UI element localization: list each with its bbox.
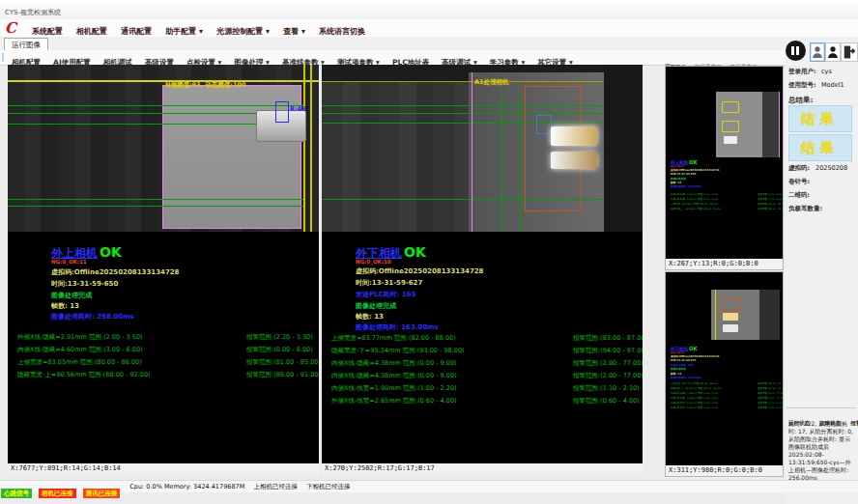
camera-name: 外下相机 [356,246,402,260]
thumb-edge-line [779,92,780,157]
virtual-code: 虚拟码:Offline20250208133134728 [51,267,180,277]
processing-time: 图像处理耗时: 298.00ms [51,312,134,322]
measurement-row: 内侧X线-隐藏=4.60mm 范围:(3.00 - 6.00) 报警范围:(0.… [17,346,317,355]
measurement-row: 上侧宽度=83.05mm 范围:(80.00 - 86.00) 报警范围:(81… [671,203,784,207]
logout-button[interactable] [841,42,858,62]
model-value: Model1 [821,81,844,89]
alarm-range: 报警范围:(83.00 - 87.00) [758,382,784,385]
heartbeat-status-badge: 心跳信号 [1,489,32,498]
app-logo-icon: C [5,20,20,36]
qr-code-label: 二维码: [788,191,810,200]
measurement-value: 内侧X线-隐藏=4.60mm 范围:(3.00 - 6.00) [671,198,718,201]
measurement-value: 上侧宽度=83.05mm 范围:(80.00 - 86.00) [17,358,142,366]
processing-time: 图像处理耗时: 163.00ms [671,376,702,379]
result-ok-badge: OK [100,244,122,260]
pause-button[interactable] [786,41,806,61]
threshold-label: N侧阈值:93, 动态阈值:100 [165,81,245,90]
measurement-row: 内侧X线-隐藏=4.38mm 范围:(0.00 - 9.00) 报警范围:(2.… [331,359,641,369]
measurement-row: 外侧X线-线宽=2.65mm 范围:(0.60 - 4.00) 报警范围:(0.… [671,406,784,410]
alarm-range: 报警范围:(89.00 - 91.00) [246,371,319,379]
thumb-bright-spot [723,313,738,321]
ng-ok-counter: NG:0_OK:11 [51,259,87,265]
processing-done: 图像处理完成 [356,301,396,311]
edge-marker-line [310,65,312,232]
roi-orange-box [525,86,582,211]
ng-ok-counter: NG:0_OK:10 [356,259,391,265]
roi-value-label: R:48 [290,105,306,113]
user-icon [812,44,823,60]
window-title: CYS-视觉检测系统 [5,8,61,17]
total-result-label: 总结果: [788,96,814,105]
measurement-row: 内侧X线-隐藏=4.38mm 范围:(0.00 - 9.00) 报警范围:(2.… [671,392,784,396]
measurement-row: 上侧宽度=83.77mm 范围:(82.00 - 88.00) 报警范围:(83… [671,382,784,386]
alarm-range: 报警范围:(0.60 - 4.00) [758,406,783,409]
pause-icon [796,46,799,55]
thumbnail-image-lower[interactable] [711,290,780,340]
measurement-row: 内侧X线-线宽=1.90mm 范围:(1.00 - 2.20) 报警范围:(1.… [671,402,784,406]
measurement-row: 上侧宽度=83.05mm 范围:(80.00 - 86.00) 报警范围:(81… [17,358,317,368]
capture-time: 时间:13-31-59-650 [671,173,696,177]
measurement-row: 内侧X线-线宽=1.90mm 范围:(1.00 - 2.20) 报警范围:(1.… [331,384,641,394]
thumb-bright-spot [724,136,737,144]
alarm-range: 报警范围:(94.00 - 97.00) [758,387,784,390]
alarm-range: 报警范围:(2.00 - 77.00) [573,359,643,368]
login-user-value: cys [821,68,832,75]
plc-send-time: 发送PLC耗时: 165 [671,363,694,367]
camera-name: 外上相机 [51,246,98,260]
camera-image-lower[interactable]: A1处理相机 [322,65,643,232]
negative-tab-count-label: 负极耳数量: [788,205,822,213]
view-mode-strip: 画面显示 明场画质强 暗场画质强 [665,54,782,65]
measurement-value: 内侧X线-线宽=1.90mm 范围:(1.00 - 2.20) [671,402,718,405]
camera-panel-upper: N侧阈值:93, 动态阈值:100 R:48 外上相机OK NG:0_OK:11… [8,65,319,474]
measurement-row: 外侧X线-线宽=2.65mm 范围:(0.60 - 4.00) 报警范围:(0.… [331,397,641,406]
app-window: CYS-视觉检测系统 C 系统配置 相机配置 通讯配置 助手配置 ▾ 光源控制配… [0,0,858,504]
stats-divider [786,407,856,408]
measurement-row: 外侧X线-隐藏=2.91mm 范围:(2.00 - 3.50) 报警范围:(2.… [17,333,317,343]
processing-time: 图像处理耗时: 298.00ms [671,185,702,189]
alarm-range: 报警范围:(2.00 - 77.00) [758,392,784,395]
pixel-coordinates-bar: X:7677;Y:891;R:14;G:14;B:14 [8,463,319,474]
measurement-value: 内侧X线-隐藏=4.38mm 范围:(0.00 - 9.00) [671,392,718,395]
virtual-code: 虚拟码:Offline20250208133134728 [671,168,719,172]
roi-blue-box [536,115,552,134]
user-button[interactable] [810,42,825,62]
measurement-row: 上侧宽度=83.77mm 范围:(82.00 - 88.00) 报警范围:(83… [331,334,641,344]
alarm-range: 报警范围:(1.10 - 2.10) [758,402,783,405]
measurement-row: 内侧X线-隐藏=4.38mm 范围:(0.00 - 9.00) 报警范围:(2.… [671,397,784,401]
measurement-value: 内侧X线-线宽=1.90mm 范围:(1.00 - 2.20) [331,384,457,392]
edge-marker-line [472,72,472,232]
result-ok-badge: OK [404,244,426,260]
measurement-value: 隐藏宽度-下=95.24mm 范围:(93.00 - 98.00) [331,347,465,354]
lower-camera-status: 下相机已经连接 [306,481,351,492]
pixel-coordinates-bar: X:267;Y:13;R:0;G:0;B:0 [666,259,783,269]
operator-button[interactable] [825,42,841,62]
measurement-value: 隐藏宽度-下=95.24mm 范围:(93.00 - 98.00) [671,387,721,390]
operator-icon [827,44,839,60]
measurement-value: 内侧X线-隐藏=4.38mm 范围:(0.00 - 9.00) [671,397,718,400]
thumb-mark-box [722,121,739,132]
frame-count: 帧数: 13 [356,312,384,322]
virtual-code-label: 虚拟码: [788,164,810,173]
thumbnail-overlay-lower: 外下相机OK NG:0_OK:10 虚拟码:Offline20250208133… [671,346,784,415]
comm-status-badge: 通讯已连接 [83,489,121,498]
alarm-range: 报警范围:(1.10 - 2.10) [573,384,640,393]
camera-image-upper[interactable]: N侧阈值:93, 动态阈值:100 R:48 [8,65,319,232]
measurement-row: 内侧X线-隐藏=4.38mm 范围:(0.00 - 9.00) 报警范围:(2.… [331,372,641,381]
thumbnail-panel-upper[interactable]: 外上相机OK NG:0_OK:11 虚拟码:Offline20250208133… [665,66,784,270]
alarm-range: 报警范围:(2.00 - 77.00) [573,372,643,380]
logout-door-icon [843,44,856,60]
image-dark-band [604,65,643,232]
camera-panel-lower: A1处理相机 外下相机OK NG:0_OK:10 虚拟码:Offline2025… [322,65,643,474]
measurement-row: 隐藏宽度-下=95.24mm 范围:(93.00 - 98.00) 报警范围:(… [671,387,784,391]
tab-run-image[interactable]: 运行图像 [4,38,48,51]
thumb-bright-spot [723,324,738,332]
tab-bar: 运行图像 [0,37,858,51]
status-bar: 心跳信号 相机已连接 通讯已连接 Cpu: 0.0% Memory: 3424.… [0,480,858,492]
thumbnail-panel-lower[interactable]: 外下相机OK NG:0_OK:10 虚拟码:Offline20250208133… [665,271,784,477]
thumbnail-image-upper[interactable] [716,92,780,157]
measurement-value: 外侧X线-线宽=2.65mm 范围:(0.60 - 4.00) [671,406,718,409]
measurement-value: 外侧X线-线宽=2.65mm 范围:(0.60 - 4.00) [331,397,457,405]
virtual-code: 虚拟码:Offline20250208133134728 [671,354,719,358]
capture-time: 时间:13-31-59-627 [356,278,422,288]
bright-tab-region [551,126,597,146]
